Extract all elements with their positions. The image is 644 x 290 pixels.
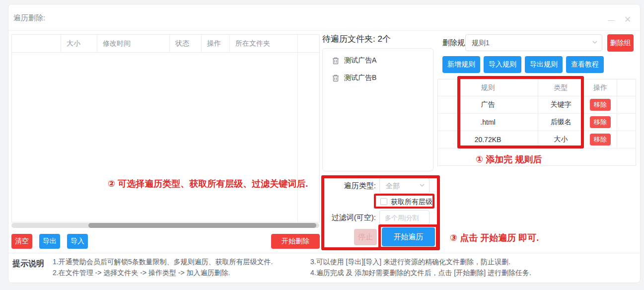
all-levels-checkbox[interactable]	[380, 198, 387, 205]
annotation-step1: ① 添加完 规则后	[476, 153, 542, 165]
hints-left-column: 1.开通赞助会员后可解锁5条数量限制、多规则遍历、获取所有层级文件. 2.在文件…	[53, 256, 273, 278]
delete-group-button[interactable]: 删除组	[607, 34, 634, 52]
trash-icon[interactable]	[332, 57, 340, 65]
hints-divider	[8, 253, 640, 253]
rule-row: .html 后缀名 移除	[438, 114, 636, 131]
action-cell: 移除	[583, 131, 617, 148]
hint-line: 3.可以使用 [导出][导入] 来进行资源的精确化文件删除，防止误删.	[310, 256, 531, 267]
column-header-name	[12, 35, 61, 53]
start-traverse-button[interactable]: 开始遍历	[382, 227, 435, 246]
clear-button[interactable]: 清空	[11, 234, 32, 249]
folder-list-item[interactable]: 测试广告A	[332, 56, 376, 66]
all-levels-label: 获取所有层级	[391, 198, 432, 206]
chevron-down-icon	[592, 41, 597, 44]
rule-select-value: 规则1	[466, 35, 602, 51]
export-button[interactable]: 导出	[39, 234, 60, 249]
action-cell: 移除	[583, 114, 617, 131]
rule-row: 20.72KB 大小 移除	[438, 131, 636, 148]
file-list-table: 大小 修改时间 状态 操作 所在文件夹	[11, 34, 320, 222]
column-header-status: 状态	[169, 35, 201, 53]
filter-input[interactable]	[379, 210, 429, 225]
type-cell: 大小	[538, 131, 583, 148]
remove-rule-button[interactable]: 移除	[590, 134, 611, 145]
hint-line: 4.遍历完成 及 添加好需要删除的文件后，点击 [开始删除] 进行删除任务.	[310, 267, 531, 278]
traverse-type-label: 遍历类型:	[326, 178, 376, 194]
traverse-delete-dialog: 遍历删除: — ✕ 大小 修改时间 状态 操作 所在文件夹 清空 导出 导入 开…	[8, 4, 641, 283]
annotation-step2: ② 可选择遍历类型、获取所有层级、过滤关键词后.	[108, 178, 308, 190]
scrollbar-thumb[interactable]	[88, 223, 316, 228]
hints-title: 提示说明	[12, 259, 44, 269]
folder-name: 测试广告A	[344, 56, 376, 65]
rule-select[interactable]: 规则1	[465, 34, 602, 51]
hint-line: 1.开通赞助会员后可解锁5条数量限制、多规则遍历、获取所有层级文件.	[53, 256, 273, 267]
filter-label: 过滤词(可空):	[322, 210, 376, 225]
trash-icon[interactable]	[332, 74, 340, 82]
rule-cell: 广告	[438, 96, 538, 113]
rule-toolbar: 新增规则 导入规则 导出规则 查看教程	[442, 56, 604, 73]
export-rule-button[interactable]: 导出规则	[525, 56, 563, 73]
view-tutorial-button[interactable]: 查看教程	[566, 56, 604, 73]
add-rule-button[interactable]: 新增规则	[442, 56, 480, 73]
column-header-folder: 所在文件夹	[229, 35, 297, 53]
chevron-down-icon	[420, 184, 425, 187]
trailing-column-divider	[297, 35, 298, 222]
column-header-size: 大小	[61, 35, 97, 53]
hint-line: 2.在文件管理 -> 选择文件夹 -> 操作类型 -> 加入遍历删除.	[53, 267, 273, 278]
column-header-mtime: 修改时间	[97, 35, 169, 53]
start-delete-button[interactable]: 开始删除	[271, 234, 320, 249]
remove-rule-button[interactable]: 移除	[590, 116, 611, 128]
rule-row: 广告 关键字 移除	[438, 96, 636, 114]
import-button[interactable]: 导入	[67, 234, 88, 249]
horizontal-scrollbar[interactable]	[11, 223, 319, 228]
rule-cell: .html	[438, 114, 538, 131]
minimize-icon[interactable]: —	[608, 16, 615, 24]
folder-name: 测试广告B	[344, 73, 376, 82]
folder-list-item[interactable]: 测试广告B	[332, 73, 376, 83]
action-cell: 移除	[583, 96, 617, 113]
annotation-step3: ③ 点击 开始遍历 即可.	[450, 232, 539, 244]
close-icon[interactable]: ✕	[624, 14, 631, 25]
rule-cell: 20.72KB	[438, 131, 538, 148]
rule-column-header: 规则	[438, 79, 538, 96]
stop-button[interactable]: 停止	[354, 229, 377, 245]
rules-table: 规则 类型 操作 广告 关键字 移除 .html 后缀名 移除 20.72KB …	[437, 79, 636, 166]
rules-table-header: 规则 类型 操作	[438, 79, 636, 96]
folder-list: 测试广告A 测试广告B	[322, 48, 433, 171]
title-divider	[8, 30, 640, 31]
type-cell: 关键字	[538, 96, 583, 113]
remove-rule-button[interactable]: 移除	[590, 99, 611, 111]
dialog-title: 遍历删除:	[13, 13, 45, 23]
column-header-action: 操作	[201, 35, 229, 53]
action-column-header: 操作	[583, 79, 617, 96]
type-cell: 后缀名	[538, 114, 583, 131]
hints-right-column: 3.可以使用 [导出][导入] 来进行资源的精确化文件删除，防止误删. 4.遍历…	[310, 256, 531, 278]
pending-folders-title: 待遍历文件夹: 2个	[322, 33, 391, 45]
file-table-header: 大小 修改时间 状态 操作 所在文件夹	[12, 35, 319, 53]
type-column-header: 类型	[538, 79, 583, 96]
traverse-type-select[interactable]: 全部	[379, 178, 429, 194]
import-rule-button[interactable]: 导入规则	[484, 56, 521, 73]
